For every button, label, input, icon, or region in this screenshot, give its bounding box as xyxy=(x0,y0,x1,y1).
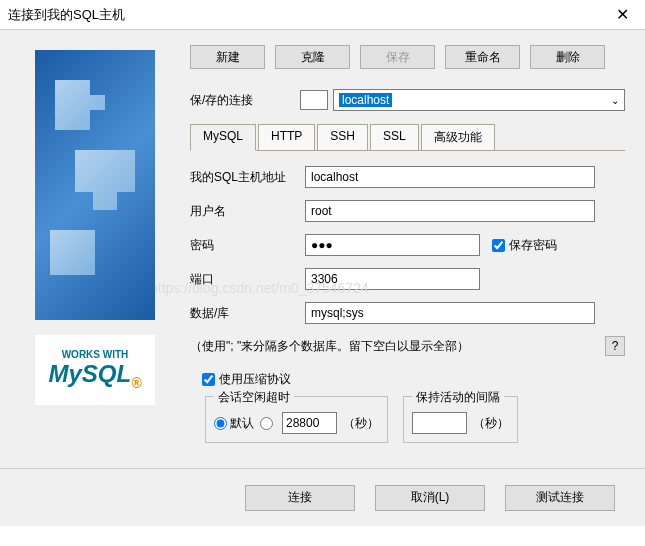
keepalive-unit: （秒） xyxy=(473,415,509,432)
timeout-default-radio[interactable] xyxy=(214,417,227,430)
cancel-button[interactable]: 取消(L) xyxy=(375,485,485,511)
save-password-label: 保存密码 xyxy=(509,237,557,254)
tab-bar: MySQL HTTP SSH SSL 高级功能 xyxy=(190,123,625,151)
saved-connection-dropdown[interactable]: localhost ⌄ xyxy=(333,89,625,111)
password-input[interactable] xyxy=(305,234,480,256)
saved-connection-value: localhost xyxy=(339,93,392,107)
window-title: 连接到我的SQL主机 xyxy=(8,6,125,24)
user-row: 用户名 xyxy=(175,200,625,222)
puzzle-image xyxy=(35,50,155,320)
close-button[interactable]: ✕ xyxy=(600,0,645,30)
close-icon: ✕ xyxy=(616,5,629,24)
host-row: 我的SQL主机地址 xyxy=(175,166,625,188)
session-timeout-fieldset: 会话空闲超时 默认 （秒） xyxy=(205,396,388,443)
clone-button[interactable]: 克隆 xyxy=(275,45,350,69)
session-timeout-title: 会话空闲超时 xyxy=(214,389,294,406)
timeout-default-label: 默认 xyxy=(230,415,254,432)
saved-connection-row: 保/存的连接 localhost ⌄ xyxy=(175,89,625,111)
compress-label: 使用压缩协议 xyxy=(219,371,291,388)
keepalive-title: 保持活动的间隔 xyxy=(412,389,504,406)
port-row: 端口 xyxy=(175,268,625,290)
host-input[interactable] xyxy=(305,166,595,188)
host-label: 我的SQL主机地址 xyxy=(190,169,305,186)
tab-mysql[interactable]: MySQL xyxy=(190,124,256,151)
timeout-custom-radio[interactable] xyxy=(260,417,273,430)
fieldsets-row: 会话空闲超时 默认 （秒） 保持活动的间隔 （秒） xyxy=(175,396,625,443)
titlebar: 连接到我的SQL主机 ✕ xyxy=(0,0,645,30)
password-label: 密码 xyxy=(190,237,305,254)
mysql-text: MySQL® xyxy=(48,360,141,391)
tab-http[interactable]: HTTP xyxy=(258,124,315,151)
database-input[interactable] xyxy=(305,302,595,324)
timeout-unit: （秒） xyxy=(343,415,379,432)
new-button[interactable]: 新建 xyxy=(190,45,265,69)
left-panel: WORKS WITH MySQL® xyxy=(0,30,165,468)
delete-button[interactable]: 删除 xyxy=(530,45,605,69)
chevron-down-icon: ⌄ xyxy=(611,95,619,106)
tab-advanced[interactable]: 高级功能 xyxy=(421,124,495,151)
database-row: 数据/库 xyxy=(175,302,625,324)
rename-button[interactable]: 重命名 xyxy=(445,45,520,69)
help-button[interactable]: ? xyxy=(605,336,625,356)
top-button-row: 新建 克隆 保存 重命名 删除 xyxy=(175,45,625,69)
connect-button[interactable]: 连接 xyxy=(245,485,355,511)
content-area: https://blog.csdn.net/m0_37546724 WORKS … xyxy=(0,30,645,468)
keepalive-fieldset: 保持活动的间隔 （秒） xyxy=(403,396,518,443)
timeout-input[interactable] xyxy=(282,412,337,434)
compress-checkbox[interactable] xyxy=(202,373,215,386)
compress-row: 使用压缩协议 xyxy=(175,371,625,388)
hint-text: （使用"; "来分隔多个数据库。留下空白以显示全部） xyxy=(190,338,605,355)
save-button[interactable]: 保存 xyxy=(360,45,435,69)
user-input[interactable] xyxy=(305,200,595,222)
right-panel: 新建 克隆 保存 重命名 删除 保/存的连接 localhost ⌄ MySQL… xyxy=(165,30,645,468)
tab-ssh[interactable]: SSH xyxy=(317,124,368,151)
user-label: 用户名 xyxy=(190,203,305,220)
tab-ssl[interactable]: SSL xyxy=(370,124,419,151)
works-with-text: WORKS WITH xyxy=(62,349,129,360)
port-label: 端口 xyxy=(190,271,305,288)
hint-row: （使用"; "来分隔多个数据库。留下空白以显示全部） ? xyxy=(175,336,625,356)
footer: 连接 取消(L) 测试连接 xyxy=(0,468,645,526)
save-password-checkbox[interactable] xyxy=(492,239,505,252)
test-connection-button[interactable]: 测试连接 xyxy=(505,485,615,511)
saved-connection-label: 保/存的连接 xyxy=(190,92,300,109)
connection-icon xyxy=(300,90,328,110)
keepalive-input[interactable] xyxy=(412,412,467,434)
password-row: 密码 保存密码 xyxy=(175,234,625,256)
mysql-logo: WORKS WITH MySQL® xyxy=(35,335,155,405)
database-label: 数据/库 xyxy=(190,305,305,322)
port-input[interactable] xyxy=(305,268,480,290)
